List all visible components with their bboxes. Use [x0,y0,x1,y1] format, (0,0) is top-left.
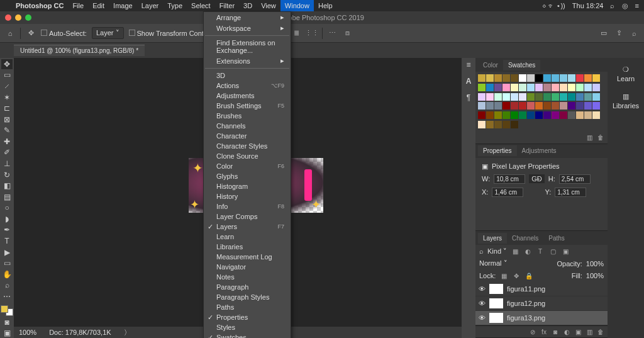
minimize-window-button[interactable] [15,14,21,21]
swatch[interactable] [576,74,584,82]
swatch[interactable] [560,102,567,110]
swatch[interactable] [568,84,575,91]
swatch[interactable] [552,111,559,119]
libraries-button[interactable]: ▥Libraries [610,90,641,112]
swatch[interactable] [592,102,600,110]
menu-layer[interactable]: Layer [137,0,164,11]
swatch[interactable] [560,93,567,101]
blend-mode-select[interactable]: Normal ˅ [479,259,553,268]
opacity-field[interactable]: 100% [586,260,604,268]
menu-item-info[interactable]: InfoF8 [204,201,291,211]
siri-icon[interactable]: ◎ [622,2,628,9]
swatch[interactable] [535,111,543,119]
gradient-tool[interactable]: ▤ [1,192,13,202]
swatch[interactable] [502,102,510,110]
search-icon[interactable]: ⌕ [610,2,614,9]
menu-item-character-styles[interactable]: Character Styles [204,141,291,151]
document-tab[interactable]: Untitled1 @ 100% (figura13.png, RGB/8) * [14,45,145,56]
swatch[interactable] [502,84,510,91]
swatch[interactable] [502,74,510,82]
swatch[interactable] [584,111,592,119]
foreground-background-colors[interactable] [1,305,13,316]
lock-all-icon[interactable]: 🔒 [525,271,533,280]
swatch[interactable] [552,93,559,101]
swatch[interactable] [584,84,592,91]
notifications-icon[interactable]: ≡ [635,2,639,9]
swatch[interactable] [552,84,559,91]
swatch[interactable] [584,102,592,110]
screen-mode[interactable]: ▣ [1,329,13,338]
swatch[interactable] [486,74,494,82]
menu-item-navigator[interactable]: Navigator [204,262,291,272]
swatch[interactable] [486,121,494,128]
swatch[interactable] [478,121,486,128]
menu-item-character[interactable]: Character [204,131,291,141]
swatch[interactable] [478,74,486,82]
swatch[interactable] [568,74,575,82]
swatch[interactable] [494,102,502,110]
menu-help[interactable]: Help [314,0,337,11]
show-transform-checkbox[interactable] [129,30,135,36]
layer-thumb[interactable] [489,313,503,323]
zoom-window-button[interactable] [25,14,31,21]
paragraph-panel-icon[interactable]: ¶ [463,92,474,103]
swatches-tab[interactable]: Swatches [503,60,540,70]
menu-item-adjustments[interactable]: Adjustments [204,91,291,101]
type-tool[interactable]: T [1,236,13,246]
zoom-level[interactable]: 100% [19,329,36,336]
filter-kind-select[interactable]: Kind ˅ [487,247,507,256]
paths-tab[interactable]: Paths [543,233,570,244]
swatch-grid[interactable] [475,72,608,132]
swatch[interactable] [543,93,551,101]
swatch[interactable] [543,84,551,91]
channels-tab[interactable]: Channels [507,233,543,244]
swatch[interactable] [592,111,600,119]
layer-thumb[interactable] [489,298,503,308]
swatch[interactable] [511,111,518,119]
menu-item-arrange[interactable]: Arrange▸ [204,12,291,23]
close-window-button[interactable] [5,14,11,21]
layer-row[interactable]: 👁figura13.png [475,311,608,325]
swatch[interactable] [478,93,486,101]
layer-thumb[interactable] [489,284,503,294]
menu-filter[interactable]: Filter [215,0,239,11]
menu-item-history[interactable]: History [204,191,291,201]
fill-field[interactable]: 100% [586,272,604,279]
healing-tool[interactable]: ✚ [1,137,13,147]
swatch[interactable] [527,93,535,101]
new-swatch-icon[interactable]: ▥ [585,133,594,142]
menu-item-glyphs[interactable]: Glyphs [204,171,291,181]
lasso-tool[interactable]: ⟋ [1,81,13,91]
filter-adjust-icon[interactable]: ◐ [523,247,532,256]
swatch[interactable] [486,102,494,110]
menu-item-libraries[interactable]: Libraries [204,242,291,252]
adjustments-tab[interactable]: Adjustments [517,145,562,156]
menu-item-paragraph[interactable]: Paragraph [204,282,291,292]
edit-toolbar[interactable]: ⋯ [1,291,13,301]
swatch[interactable] [511,121,518,128]
swatch[interactable] [576,93,584,101]
link-layers-icon[interactable]: ⊘ [528,327,537,336]
shape-tool[interactable]: ▭ [1,258,13,268]
swatch[interactable] [560,111,567,119]
color-panel-icon[interactable]: ≡ [463,59,474,70]
swatch[interactable] [486,93,494,101]
adjustment-layer-icon[interactable]: ◐ [562,327,571,336]
menu-item-brushes[interactable]: Brushes [204,111,291,121]
menu-item-clone-source[interactable]: Clone Source [204,151,291,161]
marquee-tool[interactable]: ▭ [1,70,13,81]
swatch[interactable] [527,111,535,119]
search-icon[interactable]: ⌕ [629,28,639,38]
swatch[interactable] [519,93,526,101]
swatch[interactable] [543,111,551,119]
lock-position-icon[interactable]: ✥ [512,271,521,280]
swatch[interactable] [519,74,526,82]
hand-tool[interactable]: ✋ [1,269,13,279]
lock-pixels-icon[interactable]: ▦ [499,271,508,280]
filter-shape-icon[interactable]: ▢ [548,247,557,256]
swatch[interactable] [502,93,510,101]
auto-select-target[interactable]: Layer ˅ [92,27,124,39]
swatch[interactable] [511,74,518,82]
menu-app[interactable]: Photoshop CC [11,0,68,11]
swatch[interactable] [486,111,494,119]
